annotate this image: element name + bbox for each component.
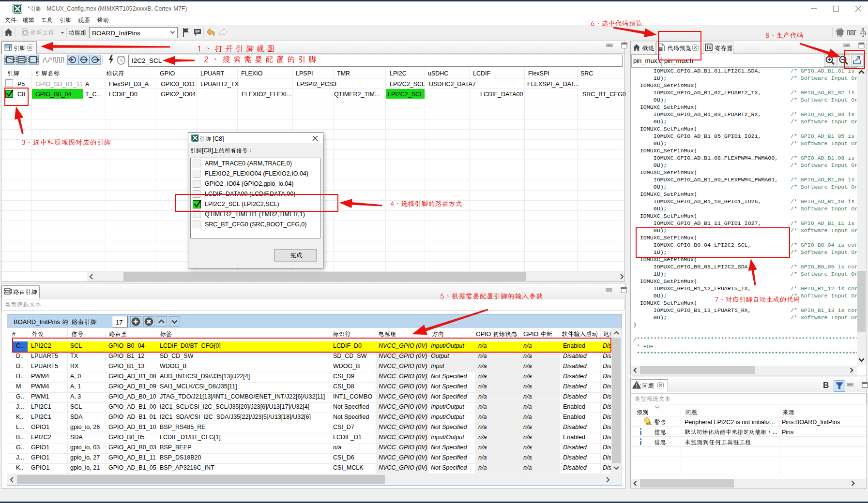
svg-text:c: c	[660, 47, 662, 51]
